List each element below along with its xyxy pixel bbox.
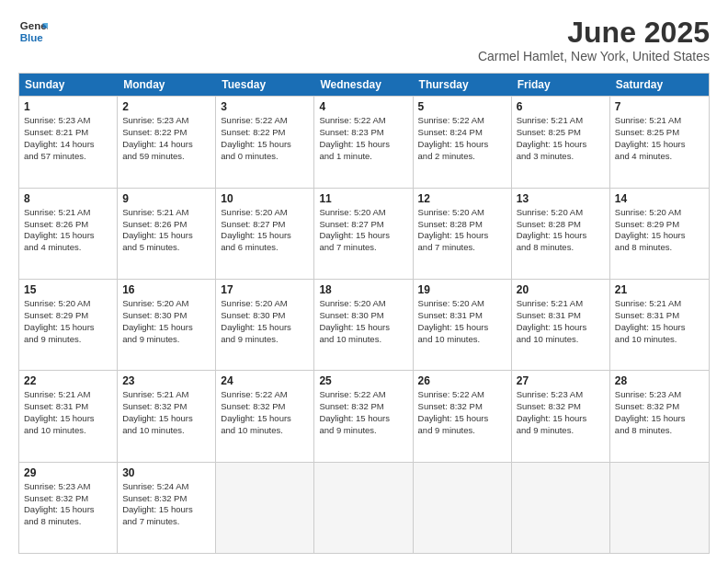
header: General Blue June 2025 Carmel Hamlet, Ne… <box>18 17 710 63</box>
day-empty-4 <box>512 463 610 553</box>
day-number: 16 <box>122 282 210 297</box>
day-number: 13 <box>517 191 605 206</box>
day-number: 15 <box>24 282 112 297</box>
day-number: 10 <box>221 191 309 206</box>
day-content: Sunrise: 5:21 AMSunset: 8:25 PMDaylight:… <box>517 115 587 160</box>
day-14: 14 Sunrise: 5:20 AMSunset: 8:29 PMDaylig… <box>610 189 709 279</box>
day-content: Sunrise: 5:20 AMSunset: 8:29 PMDaylight:… <box>615 207 686 252</box>
header-thursday: Thursday <box>414 74 512 96</box>
day-13: 13 Sunrise: 5:20 AMSunset: 8:28 PMDaylig… <box>512 189 610 279</box>
day-number: 9 <box>122 191 210 206</box>
day-content: Sunrise: 5:22 AMSunset: 8:24 PMDaylight:… <box>418 115 489 160</box>
day-number: 23 <box>122 373 210 388</box>
day-1: 1 Sunrise: 5:23 AMSunset: 8:21 PMDayligh… <box>19 97 118 187</box>
location: Carmel Hamlet, New York, United States <box>478 49 710 63</box>
day-empty-2 <box>314 463 413 553</box>
day-30: 30 Sunrise: 5:24 AMSunset: 8:32 PMDaylig… <box>118 463 216 553</box>
week-row-2: 8 Sunrise: 5:21 AMSunset: 8:26 PMDayligh… <box>19 188 709 279</box>
day-empty-5 <box>610 463 709 553</box>
day-number: 4 <box>319 99 407 114</box>
day-content: Sunrise: 5:21 AMSunset: 8:26 PMDaylight:… <box>24 207 95 252</box>
day-6: 6 Sunrise: 5:21 AMSunset: 8:25 PMDayligh… <box>512 97 610 187</box>
day-25: 25 Sunrise: 5:22 AMSunset: 8:32 PMDaylig… <box>314 371 413 461</box>
day-content: Sunrise: 5:22 AMSunset: 8:32 PMDaylight:… <box>418 389 489 434</box>
day-number: 25 <box>319 373 407 388</box>
day-20: 20 Sunrise: 5:21 AMSunset: 8:31 PMDaylig… <box>512 280 610 370</box>
day-11: 11 Sunrise: 5:20 AMSunset: 8:27 PMDaylig… <box>314 189 413 279</box>
day-number: 22 <box>24 373 112 388</box>
calendar-header: Sunday Monday Tuesday Wednesday Thursday… <box>19 74 709 96</box>
week-row-1: 1 Sunrise: 5:23 AMSunset: 8:21 PMDayligh… <box>19 96 709 187</box>
day-3: 3 Sunrise: 5:22 AMSunset: 8:22 PMDayligh… <box>216 97 314 187</box>
day-8: 8 Sunrise: 5:21 AMSunset: 8:26 PMDayligh… <box>19 189 118 279</box>
day-21: 21 Sunrise: 5:21 AMSunset: 8:31 PMDaylig… <box>610 280 709 370</box>
day-10: 10 Sunrise: 5:20 AMSunset: 8:27 PMDaylig… <box>216 189 314 279</box>
header-saturday: Saturday <box>610 74 709 96</box>
logo-icon: General Blue <box>18 17 48 46</box>
day-content: Sunrise: 5:20 AMSunset: 8:30 PMDaylight:… <box>122 298 193 343</box>
svg-text:Blue: Blue <box>20 32 44 43</box>
day-content: Sunrise: 5:23 AMSunset: 8:32 PMDaylight:… <box>517 389 587 434</box>
day-24: 24 Sunrise: 5:22 AMSunset: 8:32 PMDaylig… <box>216 371 314 461</box>
week-row-4: 22 Sunrise: 5:21 AMSunset: 8:31 PMDaylig… <box>19 370 709 461</box>
day-content: Sunrise: 5:23 AMSunset: 8:21 PMDaylight:… <box>24 115 95 160</box>
day-9: 9 Sunrise: 5:21 AMSunset: 8:26 PMDayligh… <box>118 189 216 279</box>
day-19: 19 Sunrise: 5:20 AMSunset: 8:31 PMDaylig… <box>414 280 512 370</box>
day-number: 21 <box>615 282 704 297</box>
day-number: 30 <box>122 465 210 480</box>
week-row-3: 15 Sunrise: 5:20 AMSunset: 8:29 PMDaylig… <box>19 279 709 370</box>
day-content: Sunrise: 5:22 AMSunset: 8:32 PMDaylight:… <box>319 389 390 434</box>
day-18: 18 Sunrise: 5:20 AMSunset: 8:30 PMDaylig… <box>314 280 413 370</box>
day-number: 14 <box>615 191 704 206</box>
page: General Blue June 2025 Carmel Hamlet, Ne… <box>0 0 728 563</box>
day-number: 8 <box>24 191 112 206</box>
day-empty-1 <box>216 463 314 553</box>
day-empty-3 <box>414 463 512 553</box>
day-27: 27 Sunrise: 5:23 AMSunset: 8:32 PMDaylig… <box>512 371 610 461</box>
calendar-body: 1 Sunrise: 5:23 AMSunset: 8:21 PMDayligh… <box>19 96 709 553</box>
day-17: 17 Sunrise: 5:20 AMSunset: 8:30 PMDaylig… <box>216 280 314 370</box>
day-number: 20 <box>517 282 605 297</box>
day-content: Sunrise: 5:22 AMSunset: 8:23 PMDaylight:… <box>319 115 390 160</box>
day-26: 26 Sunrise: 5:22 AMSunset: 8:32 PMDaylig… <box>414 371 512 461</box>
day-content: Sunrise: 5:20 AMSunset: 8:30 PMDaylight:… <box>319 298 390 343</box>
header-friday: Friday <box>512 74 610 96</box>
day-number: 26 <box>418 373 506 388</box>
day-number: 6 <box>517 99 605 114</box>
day-number: 3 <box>221 99 309 114</box>
day-number: 12 <box>418 191 506 206</box>
day-4: 4 Sunrise: 5:22 AMSunset: 8:23 PMDayligh… <box>314 97 413 187</box>
day-content: Sunrise: 5:21 AMSunset: 8:25 PMDaylight:… <box>615 115 686 160</box>
day-28: 28 Sunrise: 5:23 AMSunset: 8:32 PMDaylig… <box>610 371 709 461</box>
day-content: Sunrise: 5:21 AMSunset: 8:26 PMDaylight:… <box>122 207 193 252</box>
day-number: 11 <box>319 191 407 206</box>
calendar: Sunday Monday Tuesday Wednesday Thursday… <box>18 73 710 554</box>
day-number: 2 <box>122 99 210 114</box>
day-7: 7 Sunrise: 5:21 AMSunset: 8:25 PMDayligh… <box>610 97 709 187</box>
day-29: 29 Sunrise: 5:23 AMSunset: 8:32 PMDaylig… <box>19 463 118 553</box>
day-12: 12 Sunrise: 5:20 AMSunset: 8:28 PMDaylig… <box>414 189 512 279</box>
header-sunday: Sunday <box>19 74 118 96</box>
day-content: Sunrise: 5:20 AMSunset: 8:27 PMDaylight:… <box>221 207 291 252</box>
day-number: 5 <box>418 99 506 114</box>
day-content: Sunrise: 5:20 AMSunset: 8:27 PMDaylight:… <box>319 207 390 252</box>
day-number: 17 <box>221 282 309 297</box>
day-2: 2 Sunrise: 5:23 AMSunset: 8:22 PMDayligh… <box>118 97 216 187</box>
day-content: Sunrise: 5:23 AMSunset: 8:32 PMDaylight:… <box>24 481 95 526</box>
day-number: 27 <box>517 373 605 388</box>
title-block: June 2025 Carmel Hamlet, New York, Unite… <box>478 17 710 63</box>
day-15: 15 Sunrise: 5:20 AMSunset: 8:29 PMDaylig… <box>19 280 118 370</box>
day-number: 24 <box>221 373 309 388</box>
day-content: Sunrise: 5:21 AMSunset: 8:31 PMDaylight:… <box>615 298 686 343</box>
day-16: 16 Sunrise: 5:20 AMSunset: 8:30 PMDaylig… <box>118 280 216 370</box>
day-22: 22 Sunrise: 5:21 AMSunset: 8:31 PMDaylig… <box>19 371 118 461</box>
week-row-5: 29 Sunrise: 5:23 AMSunset: 8:32 PMDaylig… <box>19 462 709 553</box>
day-content: Sunrise: 5:21 AMSunset: 8:32 PMDaylight:… <box>122 389 193 434</box>
day-content: Sunrise: 5:22 AMSunset: 8:22 PMDaylight:… <box>221 115 291 160</box>
day-content: Sunrise: 5:20 AMSunset: 8:30 PMDaylight:… <box>221 298 291 343</box>
day-content: Sunrise: 5:20 AMSunset: 8:31 PMDaylight:… <box>418 298 489 343</box>
logo: General Blue <box>18 17 48 46</box>
day-number: 28 <box>615 373 704 388</box>
day-number: 19 <box>418 282 506 297</box>
day-content: Sunrise: 5:23 AMSunset: 8:32 PMDaylight:… <box>615 389 686 434</box>
